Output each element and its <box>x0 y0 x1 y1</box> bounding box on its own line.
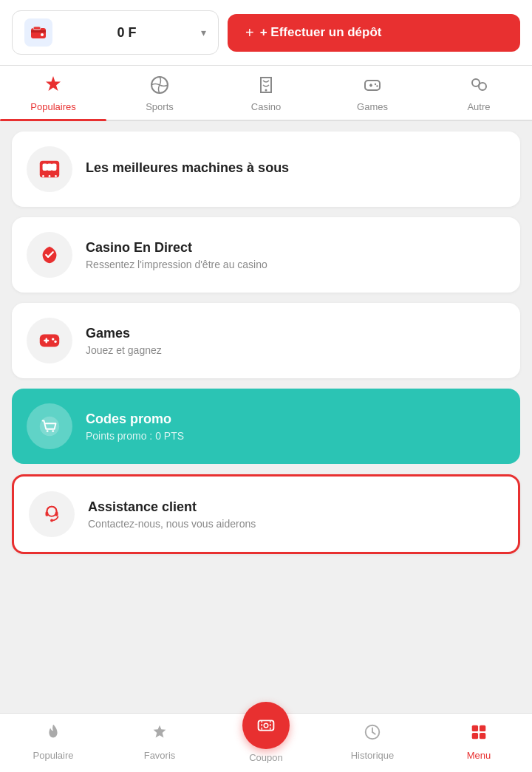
slots-title: Les meilleures machines à sous <box>86 160 505 176</box>
svg-point-19 <box>55 175 57 177</box>
svg-point-12 <box>479 83 486 90</box>
svg-rect-29 <box>46 511 49 516</box>
header: 0 F ▾ + + Effectuer un dépôt <box>0 0 532 66</box>
content-area: Les meilleures machines à sous Casino En… <box>0 121 532 641</box>
clock-icon <box>363 723 382 747</box>
tab-casino-label: Casino <box>251 101 281 112</box>
svg-point-27 <box>52 430 54 432</box>
tab-autre-label: Autre <box>467 101 490 112</box>
casino-direct-card[interactable]: Casino En Direct Ressentez l'impression … <box>12 217 520 293</box>
casino-direct-title: Casino En Direct <box>86 240 505 256</box>
assistance-icon-wrap <box>29 491 75 537</box>
games-card-text: Games Jouez et gagnez <box>86 326 505 356</box>
svg-point-17 <box>42 175 44 177</box>
casino-direct-text: Casino En Direct Ressentez l'impression … <box>86 240 505 270</box>
svg-line-38 <box>372 732 375 734</box>
svg-rect-40 <box>480 725 485 731</box>
deposit-plus-icon: + <box>245 24 254 41</box>
tab-populaires-label: Populaires <box>30 101 75 112</box>
tab-casino[interactable]: Casino <box>213 66 319 120</box>
promo-card-text: Codes promo Points promo : 0 PTS <box>86 411 505 442</box>
bottom-nav-menu-label: Menu <box>467 750 491 761</box>
promo-subtitle: Points promo : 0 PTS <box>86 430 505 442</box>
promo-icon-wrap <box>27 403 72 449</box>
coupon-circle <box>242 702 290 749</box>
assistance-subtitle: Contactez-nous, nous vous aiderons <box>88 518 503 530</box>
tab-populaires[interactable]: Populaires <box>0 66 106 120</box>
svg-point-9 <box>375 83 376 85</box>
svg-rect-15 <box>47 163 52 170</box>
svg-rect-41 <box>472 732 478 738</box>
games-card-icon-wrap <box>27 318 72 363</box>
deposit-label: + Effectuer un dépôt <box>260 25 382 40</box>
slots-card[interactable]: Les meilleures machines à sous <box>12 131 520 207</box>
bottom-nav-menu[interactable]: Menu <box>426 723 532 764</box>
assistance-card[interactable]: Assistance client Contactez-nous, nous v… <box>12 474 520 554</box>
bottom-nav-favoris[interactable]: Favoris <box>106 723 213 764</box>
svg-rect-14 <box>43 163 48 170</box>
casino-direct-subtitle: Ressentez l'impression d'être au casino <box>86 259 505 270</box>
svg-point-24 <box>54 341 56 343</box>
promo-title: Codes promo <box>86 411 505 427</box>
tab-autre[interactable]: Autre <box>426 66 532 120</box>
slots-text: Les meilleures machines à sous <box>86 160 505 179</box>
games-icon <box>362 75 383 98</box>
flame-icon <box>44 723 63 747</box>
bottom-nav-historique[interactable]: Historique <box>319 723 426 764</box>
autre-icon <box>468 75 489 98</box>
chevron-down-icon: ▾ <box>201 27 206 38</box>
svg-point-35 <box>264 723 268 728</box>
wallet-button[interactable]: 0 F ▾ <box>12 10 219 55</box>
bottom-nav: Populaire Favoris Coupon H <box>0 713 532 772</box>
bottom-nav-historique-label: Historique <box>351 750 395 761</box>
svg-point-5 <box>265 89 267 92</box>
wallet-icon <box>24 18 52 47</box>
svg-rect-3 <box>33 27 41 30</box>
slots-icon-wrap <box>27 146 72 192</box>
games-card-subtitle: Jouez et gagnez <box>86 344 505 356</box>
svg-point-26 <box>47 430 49 432</box>
bottom-nav-coupon-label: Coupon <box>249 752 283 763</box>
svg-point-31 <box>50 519 53 522</box>
assistance-title: Assistance client <box>88 499 503 515</box>
tab-games[interactable]: Games <box>319 66 426 120</box>
svg-point-2 <box>41 33 44 36</box>
games-card[interactable]: Games Jouez et gagnez <box>12 303 520 378</box>
bottom-nav-favoris-label: Favoris <box>144 750 176 761</box>
promo-card[interactable]: Codes promo Points promo : 0 PTS <box>12 389 520 464</box>
casino-direct-icon-wrap <box>27 232 72 278</box>
menu-grid-icon <box>469 723 488 747</box>
svg-point-23 <box>52 338 54 340</box>
games-card-title: Games <box>86 326 505 341</box>
tab-sports[interactable]: Sports <box>106 66 213 120</box>
casino-icon <box>256 75 276 98</box>
svg-rect-42 <box>480 732 485 738</box>
svg-rect-30 <box>55 511 58 516</box>
bottom-nav-populaire-label: Populaire <box>33 750 74 761</box>
svg-rect-20 <box>40 335 59 347</box>
deposit-button[interactable]: + + Effectuer un dépôt <box>228 14 520 52</box>
nav-tabs: Populaires Sports Casino <box>0 66 532 121</box>
assistance-text: Assistance client Contactez-nous, nous v… <box>88 499 503 530</box>
tab-games-label: Games <box>357 101 388 112</box>
bottom-nav-coupon[interactable]: Coupon <box>213 723 319 763</box>
svg-point-25 <box>40 417 59 436</box>
tab-sports-label: Sports <box>146 101 174 112</box>
svg-rect-1 <box>31 30 46 33</box>
bottom-nav-populaire[interactable]: Populaire <box>0 723 106 764</box>
svg-rect-16 <box>52 163 57 170</box>
sports-icon <box>149 75 170 98</box>
svg-point-18 <box>49 175 51 177</box>
svg-point-10 <box>376 85 378 86</box>
populaires-icon <box>43 75 64 98</box>
svg-rect-39 <box>472 725 478 731</box>
star-icon <box>150 723 169 747</box>
wallet-balance: 0 F <box>60 25 194 41</box>
